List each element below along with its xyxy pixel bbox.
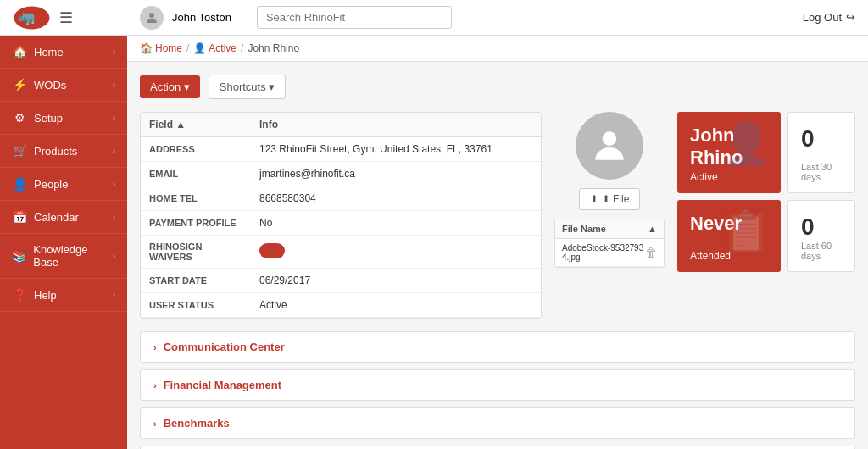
sidebar-item-knowledge[interactable]: 📚 Knowledge Base › <box>0 234 127 279</box>
profile-avatar <box>576 112 643 180</box>
accordion-communication-header[interactable]: › Communication Center <box>141 332 854 362</box>
sidebar-item-setup[interactable]: ⚙ Setup › <box>0 102 127 135</box>
accordion-financial: › Financial Management <box>140 369 855 401</box>
sidebar-item-help[interactable]: ❓ Help › <box>0 279 127 312</box>
avatar-file-col: ⬆ ⬆ File File Name ▲ AdobeStock-95327934… <box>554 112 665 319</box>
sidebar: 🏠 Home › ⚡ WODs › ⚙ Setup › 🛒 Products <box>0 36 127 449</box>
field-header: Field ▲ <box>141 113 251 137</box>
field-label: EMAIL <box>141 162 251 186</box>
home-icon: 🏠 <box>12 45 27 58</box>
stat-card-never: 📋 Never Attended <box>677 200 781 272</box>
stat-sublabel-60: Last 60 days <box>801 241 842 261</box>
sidebar-item-calendar[interactable]: 📅 Calendar › <box>0 201 127 234</box>
top-nav: 🦏 ☰ John Toston Log Out ↪ <box>0 0 868 36</box>
stat-card-60days: 0 Last 60 days <box>787 200 855 272</box>
products-icon: 🛒 <box>12 144 27 158</box>
action-button[interactable]: Action ▾ <box>140 75 200 98</box>
home-small-icon: 🏠 <box>140 42 153 54</box>
file-table-card: File Name ▲ AdobeStock-95327934.jpg 🗑 <box>554 219 665 268</box>
stat-number-60: 0 <box>801 213 842 241</box>
field-label: HOME TEL <box>141 186 251 211</box>
benchmarks-section: Benchmarks + Add Benchmark 10 25 50 reco… <box>140 446 855 449</box>
shortcuts-button[interactable]: Shortcuts ▾ <box>209 75 287 99</box>
breadcrumb-home[interactable]: 🏠 Home <box>140 42 182 54</box>
accordion-benchmarks: › Benchmarks <box>140 407 855 439</box>
people-icon: 👤 <box>12 177 27 191</box>
active-icon: 👤 <box>193 42 206 54</box>
top-nav-middle: John Toston <box>140 6 803 30</box>
search-input[interactable] <box>257 6 452 29</box>
table-row: USER STATUS Active <box>141 293 541 318</box>
file-table-header: File Name ▲ <box>555 219 664 239</box>
sidebar-item-people[interactable]: 👤 People › <box>0 168 127 201</box>
waiver-toggle[interactable] <box>259 243 285 258</box>
field-value: 8668580304 <box>251 186 541 211</box>
field-value: 123 RhinoFit Street, Gym, United States,… <box>251 137 541 162</box>
stat-card-john-rhino: 👤 John Rhino Active <box>677 112 781 193</box>
chevron-benchmarks: › <box>153 419 157 429</box>
stat-bg-clipboard-icon: 📋 <box>721 208 772 256</box>
breadcrumb-current: John Rhino <box>248 42 299 54</box>
wods-icon: ⚡ <box>12 78 27 91</box>
sort-icon: ▲ <box>648 224 657 234</box>
nav-username: John Toston <box>172 11 231 24</box>
sidebar-item-products[interactable]: 🛒 Products › <box>0 135 127 168</box>
field-label: USER STATUS <box>141 293 251 318</box>
calendar-icon: 📅 <box>12 210 27 224</box>
table-row: ADDRESS 123 RhinoFit Street, Gym, United… <box>141 137 541 162</box>
stats-column: 👤 John Rhino Active 0 Last 30 days 📋 Nev <box>677 112 855 319</box>
stat-bg-person-icon: 👤 <box>721 120 772 168</box>
info-header: Info <box>251 113 541 137</box>
chevron-financial: › <box>153 380 157 391</box>
main-layout: 🏠 Home › ⚡ WODs › ⚙ Setup › 🛒 Products <box>0 36 868 449</box>
stat-active-label: Active <box>690 171 768 183</box>
products-chevron: › <box>113 147 115 156</box>
field-label: PAYMENT PROFILE <box>141 211 251 236</box>
table-row: RhinoSign Waivers <box>141 236 541 269</box>
setup-chevron: › <box>113 114 115 123</box>
page-content: Action ▾ Shortcuts ▾ Field ▲ Info <box>127 62 868 449</box>
svg-point-2 <box>149 13 154 18</box>
field-label: RhinoSign Waivers <box>141 236 251 269</box>
table-row: START DATE 06/29/2017 <box>141 269 541 293</box>
stat-sublabel-30: Last 30 days <box>801 162 842 182</box>
accordion-communication: › Communication Center <box>140 331 855 363</box>
help-icon: ❓ <box>12 288 27 302</box>
content-area: 🏠 Home / 👤 Active / John Rhino Action ▾ … <box>127 36 868 449</box>
hamburger-icon[interactable]: ☰ <box>59 8 73 27</box>
field-label: ADDRESS <box>141 137 251 162</box>
accordion-benchmarks-header[interactable]: › Benchmarks <box>141 408 854 438</box>
stat-number-30: 0 <box>801 125 842 152</box>
sidebar-item-home[interactable]: 🏠 Home › <box>0 36 127 69</box>
field-value: No <box>251 211 541 236</box>
field-label: START DATE <box>141 269 251 293</box>
top-nav-left: 🦏 ☰ <box>13 5 140 30</box>
accordion-financial-header[interactable]: › Financial Management <box>141 370 854 400</box>
search-box <box>257 6 452 29</box>
breadcrumb-active[interactable]: 👤 Active <box>193 42 236 54</box>
home-chevron: › <box>113 47 115 57</box>
table-row: EMAIL jmartines@rhinofit.ca <box>141 162 541 186</box>
file-row: AdobeStock-95327934.jpg 🗑 <box>555 239 664 267</box>
help-chevron: › <box>113 291 115 300</box>
upload-icon: ⬆ <box>590 193 598 205</box>
stats-row-1: 👤 John Rhino Active 0 Last 30 days <box>677 112 855 193</box>
stat-card-30days: 0 Last 30 days <box>787 112 855 193</box>
setup-icon: ⚙ <box>12 111 27 125</box>
logout-button[interactable]: Log Out ↪ <box>803 11 855 24</box>
stats-row-2: 📋 Never Attended 0 Last 60 days <box>677 200 855 272</box>
table-row: PAYMENT PROFILE No <box>141 211 541 236</box>
wods-chevron: › <box>113 80 115 90</box>
delete-file-icon[interactable]: 🗑 <box>645 246 657 259</box>
file-upload-button[interactable]: ⬆ ⬆ File <box>579 188 641 210</box>
action-row: Action ▾ Shortcuts ▾ <box>140 75 855 99</box>
breadcrumb: 🏠 Home / 👤 Active / John Rhino <box>127 36 868 62</box>
sidebar-item-wods[interactable]: ⚡ WODs › <box>0 69 127 102</box>
field-value: jmartines@rhinofit.ca <box>251 162 541 186</box>
chevron-communication: › <box>153 342 157 352</box>
table-row: HOME TEL 8668580304 <box>141 186 541 211</box>
people-chevron: › <box>113 180 115 189</box>
field-value <box>251 236 541 269</box>
knowledge-chevron: › <box>113 252 115 261</box>
field-value: 06/29/2017 <box>251 269 541 293</box>
